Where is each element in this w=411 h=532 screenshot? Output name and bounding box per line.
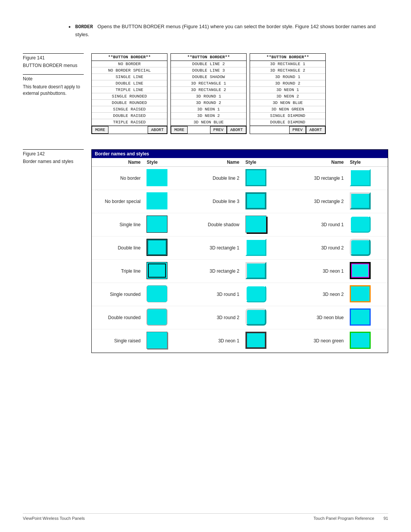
menu2-item-6[interactable]: 3D ROUND 1 <box>171 93 246 100</box>
menu1-item-4[interactable]: DOUBLE LINE <box>92 80 167 87</box>
menu3-item-1[interactable]: 3D RECTANGLE 1 <box>250 61 325 67</box>
menu2-prev-button[interactable]: PREV <box>210 126 227 134</box>
menu2-more-button[interactable]: MORE <box>171 126 188 134</box>
bullet-dot: • <box>68 23 71 31</box>
style-preview-box <box>245 192 266 209</box>
menu1-more-button[interactable]: MORE <box>92 126 108 134</box>
row4-col0-style <box>143 260 185 283</box>
row0-col0-name: No border <box>92 167 143 190</box>
row1-col0-style <box>143 190 185 213</box>
menu1-item-10[interactable]: TRIPLE RAISED <box>92 119 167 126</box>
table-row: Double line3D rectangle 13D round 2 <box>92 236 388 260</box>
menu2-item-1[interactable]: DOUBLE LINE 2 <box>171 61 246 67</box>
note-label: Note <box>23 74 84 81</box>
row6-col0-style <box>143 306 185 329</box>
style-preview-box <box>350 239 371 256</box>
border-keyword: BORDER <box>75 24 93 30</box>
col2-name-header: Name <box>185 158 242 167</box>
menu2-item-9[interactable]: 3D NEON 2 <box>171 113 246 119</box>
menus-container: **BUTTON BORDER** NO BORDER NO BORDER SP… <box>91 53 388 134</box>
row4-col0-name: Triple line <box>92 260 143 283</box>
menu2-item-4[interactable]: 3D RECTANGLE 1 <box>171 80 246 87</box>
menu2-item-3[interactable]: DOUBLE SHADOW <box>171 74 246 80</box>
style-preview-box <box>147 285 167 302</box>
row1-col2-name: 3D rectangle 2 <box>283 190 347 213</box>
style-preview-box <box>147 192 167 209</box>
border-table-title: Border names and styles <box>92 150 388 158</box>
col1-style-header: Style <box>143 158 185 167</box>
menu2-item-7[interactable]: 3D ROUND 2 <box>171 100 246 106</box>
menu3-item-3[interactable]: 3D ROUND 1 <box>250 74 325 80</box>
row0-col2-style <box>347 167 388 190</box>
col1-name-header: Name <box>92 158 143 167</box>
page-footer: ViewPoint Wireless Touch Panels Touch Pa… <box>23 513 388 521</box>
col3-name-header: Name <box>283 158 347 167</box>
menu3-item-7[interactable]: 3D NEON BLUE <box>250 100 325 106</box>
menu3-prev-button[interactable]: PREV <box>289 126 306 134</box>
menu2-item-8[interactable]: 3D NEON 1 <box>171 106 246 113</box>
menu2-item-2[interactable]: DOUBLE LINE 3 <box>171 67 246 74</box>
menu1-item-5[interactable]: TRIPLE LINE <box>92 87 167 93</box>
row3-col1-name: 3D rectangle 1 <box>185 236 242 260</box>
row7-col2-name: 3D neon green <box>283 329 347 353</box>
menu2-spacer <box>188 126 210 134</box>
menu1-spacer <box>108 126 148 134</box>
row7-col0-name: Single raised <box>92 329 143 353</box>
style-preview-box <box>245 332 266 349</box>
footer-right: Touch Panel Program Reference 91 <box>314 516 388 521</box>
row5-col2-style <box>347 283 388 306</box>
menu1-item-9[interactable]: DOUBLE RAISED <box>92 113 167 119</box>
page: • BORDER Opens the BUTTON BORDER menus (… <box>0 0 411 532</box>
table-row: Single rounded3D round 13D neon 2 <box>92 283 388 306</box>
menu2-abort-button[interactable]: ABORT <box>227 126 246 134</box>
menu1-item-7[interactable]: DOUBLE ROUNDED <box>92 100 167 106</box>
menu1-item-8[interactable]: SINGLE RAISED <box>92 106 167 113</box>
menu1-abort-button[interactable]: ABORT <box>148 126 167 134</box>
menu3-item-4[interactable]: 3D ROUND 2 <box>250 80 325 87</box>
row4-col2-name: 3D neon 1 <box>283 260 347 283</box>
style-preview-box <box>147 262 167 279</box>
row7-col1-name: 3D neon 1 <box>185 329 242 353</box>
row0-col1-name: Double line 2 <box>185 167 242 190</box>
row2-col0-style <box>143 213 185 236</box>
style-preview-box <box>147 239 167 256</box>
menu3-abort-button[interactable]: ABORT <box>306 126 325 134</box>
menu3-footer: PREV ABORT <box>250 126 325 134</box>
row2-col1-style <box>242 213 284 236</box>
menu2-title: **BUTTON BORDER** <box>171 54 246 61</box>
menu3-item-10[interactable]: DOUBLE DIAMOND <box>250 119 325 126</box>
menu-box-3: **BUTTON BORDER** 3D RECTANGLE 1 3D RECT… <box>250 53 326 134</box>
style-preview-box <box>245 239 266 256</box>
menu3-title: **BUTTON BORDER** <box>250 54 325 61</box>
menu1-item-6[interactable]: SINGLE ROUNDED <box>92 93 167 100</box>
figure142-label-col: Figure 142 Border names and styles <box>23 149 91 164</box>
menu1-item-2[interactable]: NO BORDER SPECIAL <box>92 67 167 74</box>
row5-col1-style <box>242 283 284 306</box>
row5-col2-name: 3D neon 2 <box>283 283 347 306</box>
menu3-item-6[interactable]: 3D NEON 2 <box>250 93 325 100</box>
table-row: Triple line3D rectangle 23D neon 1 <box>92 260 388 283</box>
style-preview-box <box>245 262 266 279</box>
style-preview-box <box>245 285 266 302</box>
figure141-description: BUTTON BORDER menus <box>23 63 84 68</box>
menu3-item-5[interactable]: 3D NEON 1 <box>250 87 325 93</box>
row4-col1-name: 3D rectangle 2 <box>185 260 242 283</box>
menu2-item-5[interactable]: 3D RECTANGLE 2 <box>171 87 246 93</box>
row1-col1-style <box>242 190 284 213</box>
menu1-item-3[interactable]: SINGLE LINE <box>92 74 167 80</box>
figure141-label-col: Figure 141 BUTTON BORDER menus Note This… <box>23 53 91 97</box>
row7-col2-style <box>347 329 388 353</box>
style-preview-box <box>350 192 371 209</box>
menu3-item-2[interactable]: 3D RECTANGLE 2 <box>250 67 325 74</box>
menu3-item-9[interactable]: SINGLE DIAMOND <box>250 113 325 119</box>
menu3-item-8[interactable]: 3D NEON GREEN <box>250 106 325 113</box>
menu1-item-1[interactable]: NO BORDER <box>92 61 167 67</box>
menu1-title: **BUTTON BORDER** <box>92 54 167 61</box>
col2-style-header: Style <box>242 158 284 167</box>
row7-col1-style <box>242 329 284 353</box>
menu2-item-10[interactable]: 3D NEON BLUE <box>171 119 246 126</box>
style-preview-box <box>245 308 266 326</box>
row6-col1-style <box>242 306 284 329</box>
menu-box-2: **BUTTON BORDER** DOUBLE LINE 2 DOUBLE L… <box>170 53 247 134</box>
bullet-section: • BORDER Opens the BUTTON BORDER menus (… <box>68 23 388 38</box>
